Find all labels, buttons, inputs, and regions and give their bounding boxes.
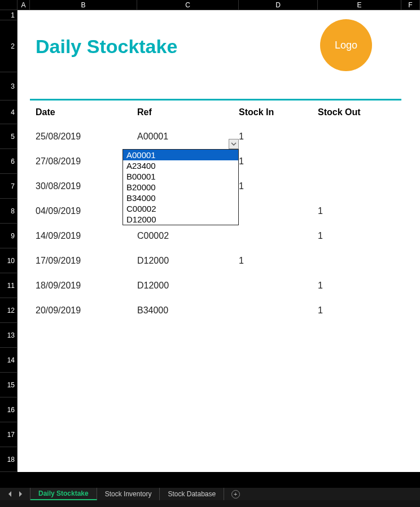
header-ref: Ref (137, 100, 239, 124)
ref-dropdown-list[interactable]: A00001A23400B00001B20000B34000C00002D120… (123, 149, 239, 225)
divider (30, 99, 401, 100)
col-header-E[interactable]: E (318, 0, 401, 10)
row-header-12[interactable]: 12 (0, 298, 18, 323)
row-header-7[interactable]: 7 (0, 174, 18, 199)
cell-stock-out[interactable] (318, 248, 401, 273)
cell-stock-out[interactable]: 1 (318, 224, 401, 248)
horizontal-scrollbar[interactable] (0, 500, 420, 507)
add-sheet-button[interactable]: + (224, 488, 247, 500)
plus-icon: + (231, 490, 240, 499)
row-header-11[interactable]: 11 (0, 273, 18, 298)
page-title: Daily Stocktake (30, 20, 239, 72)
sheet-tab-bar: Daily StocktakeStock InventoryStock Data… (0, 488, 420, 500)
cell-date[interactable]: 14/09/2019 (30, 224, 137, 248)
dropdown-option[interactable]: B00001 (123, 171, 238, 182)
tab-prev-icon[interactable] (8, 491, 12, 497)
cell-ref[interactable]: B34000 (137, 298, 239, 323)
cell-stock-out[interactable] (318, 149, 401, 174)
cell-stock-in[interactable]: 1 (239, 248, 318, 273)
row-header-5[interactable]: 5 (0, 124, 18, 149)
cell-stock-in[interactable]: 1 (239, 124, 318, 149)
ref-dropdown-button[interactable] (229, 139, 239, 149)
cell-stock-out[interactable]: 1 (318, 199, 401, 224)
row-header-1[interactable]: 1 (0, 10, 18, 20)
row-header-8[interactable]: 8 (0, 199, 18, 224)
row-header-6[interactable]: 6 (0, 149, 18, 174)
chevron-down-icon (231, 141, 237, 147)
row-header-15[interactable]: 15 (0, 373, 18, 397)
cell-ref[interactable]: C00002 (137, 224, 239, 248)
col-header-A[interactable]: A (18, 0, 30, 10)
cell-ref[interactable]: D12000 (137, 248, 239, 273)
logo-placeholder: Logo (320, 19, 372, 71)
cell-stock-in[interactable] (239, 224, 318, 248)
dropdown-option[interactable]: A23400 (123, 160, 238, 171)
col-header-B[interactable]: B (30, 0, 137, 10)
sheet-tab[interactable]: Stock Inventory (97, 488, 160, 500)
row-header-9[interactable]: 9 (0, 224, 18, 248)
cell-date[interactable]: 04/09/2019 (30, 199, 137, 224)
cell-date[interactable]: 25/08/2019 (30, 124, 137, 149)
row-header-14[interactable]: 14 (0, 348, 18, 373)
cell-stock-out[interactable] (318, 174, 401, 199)
col-header-F[interactable]: F (401, 0, 420, 10)
cell-stock-out[interactable]: 1 (318, 298, 401, 323)
row-header-3[interactable]: 3 (0, 72, 18, 100)
cell-date[interactable]: 17/09/2019 (30, 248, 137, 273)
row-header-16[interactable]: 16 (0, 397, 18, 422)
cell-ref[interactable]: A00001 (137, 124, 239, 149)
cell-stock-in[interactable] (239, 273, 318, 298)
cell-stock-out[interactable]: 1 (318, 273, 401, 298)
select-all-corner[interactable] (0, 0, 18, 10)
row-header-17[interactable]: 17 (0, 422, 18, 447)
col-header-D[interactable]: D (239, 0, 318, 10)
row-header-2[interactable]: 2 (0, 20, 18, 72)
row-header-18[interactable]: 18 (0, 447, 18, 472)
header-stock-in: Stock In (239, 100, 318, 124)
cell-ref[interactable]: D12000 (137, 273, 239, 298)
tab-nav (0, 488, 30, 500)
dropdown-option[interactable]: D12000 (123, 214, 238, 225)
cell-date[interactable]: 20/09/2019 (30, 298, 137, 323)
cell-stock-in[interactable] (239, 298, 318, 323)
header-stock-out: Stock Out (318, 100, 401, 124)
dropdown-option[interactable]: B34000 (123, 193, 238, 203)
col-header-C[interactable]: C (137, 0, 239, 10)
row-header-13[interactable]: 13 (0, 323, 18, 348)
row-header-10[interactable]: 10 (0, 248, 18, 273)
sheet-tab[interactable]: Daily Stocktake (30, 488, 97, 500)
dropdown-option[interactable]: A00001 (123, 150, 238, 160)
cell-date[interactable]: 18/09/2019 (30, 273, 137, 298)
cell-stock-in[interactable]: 1 (239, 149, 318, 174)
header-date: Date (30, 100, 137, 124)
dropdown-option[interactable]: C00002 (123, 203, 238, 214)
row-header-4[interactable]: 4 (0, 100, 18, 124)
cell-date[interactable]: 30/08/2019 (30, 174, 137, 199)
tab-next-icon[interactable] (18, 491, 23, 497)
dropdown-option[interactable]: B20000 (123, 182, 238, 193)
cell-stock-in[interactable] (239, 199, 318, 224)
cell-stock-out[interactable] (318, 124, 401, 149)
cell-stock-in[interactable]: 1 (239, 174, 318, 199)
cell-date[interactable]: 27/08/2019 (30, 149, 137, 174)
column-header-row: A B C D E F (0, 0, 420, 10)
spreadsheet-grid[interactable]: A B C D E F 1 2 Daily Stocktake Logo (0, 0, 420, 488)
sheet-tab[interactable]: Stock Database (160, 488, 224, 500)
